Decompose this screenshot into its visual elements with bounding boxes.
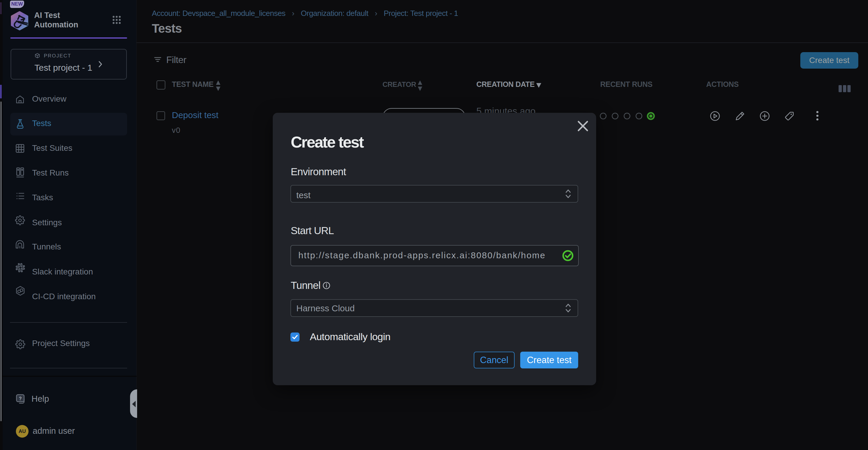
svg-text:?: ? xyxy=(19,396,22,401)
